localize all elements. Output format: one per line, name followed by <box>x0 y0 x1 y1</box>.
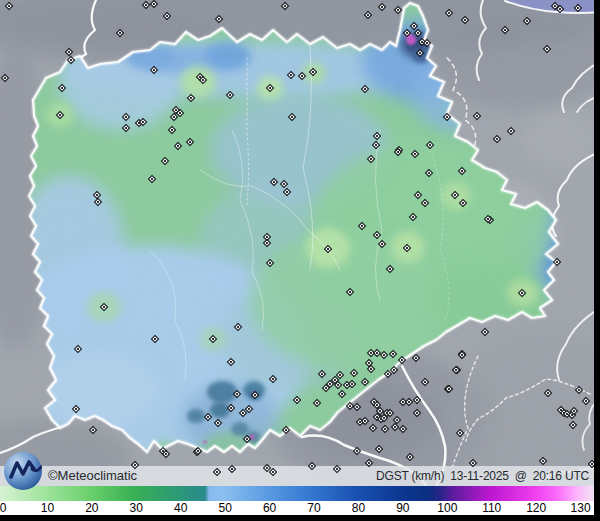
logo-m-wave-icon <box>4 452 42 490</box>
attribution-label: ©Meteoclimatic <box>48 466 137 486</box>
product-label: DGST (km/h) <box>376 469 444 483</box>
right-edge <box>594 0 600 521</box>
scale-tick: 60 <box>263 501 276 515</box>
bottom-edge <box>0 515 600 521</box>
map-info: DGST (km/h)13-11-2025@20:16 UTC <box>370 466 589 486</box>
scale-tick: 130 <box>571 501 591 515</box>
scale-tick: 30 <box>130 501 143 515</box>
at-separator: @ <box>515 469 527 483</box>
scale-tick: 110 <box>482 501 501 515</box>
scale-tick: 120 <box>526 501 546 515</box>
time-label: 20:16 UTC <box>533 469 589 483</box>
date-label: 13-11-2025 <box>450 469 509 483</box>
scale-labels: 0102030405060708090100110120130 <box>0 501 600 515</box>
scale-tick: 80 <box>352 501 365 515</box>
meteoclimatic-logo[interactable] <box>4 452 42 490</box>
scale-tick: 90 <box>396 501 409 515</box>
scale-tick: 40 <box>174 501 187 515</box>
color-scale <box>0 486 600 501</box>
scale-tick: 50 <box>218 501 231 515</box>
scale-tick: 100 <box>437 501 457 515</box>
scale-tick: 20 <box>85 501 98 515</box>
scale-tick: 70 <box>307 501 320 515</box>
scale-tick: 0 <box>0 501 6 515</box>
scale-tick: 10 <box>41 501 54 515</box>
weather-map: ©Meteoclimatic DGST (km/h)13-11-2025@20:… <box>0 0 600 521</box>
